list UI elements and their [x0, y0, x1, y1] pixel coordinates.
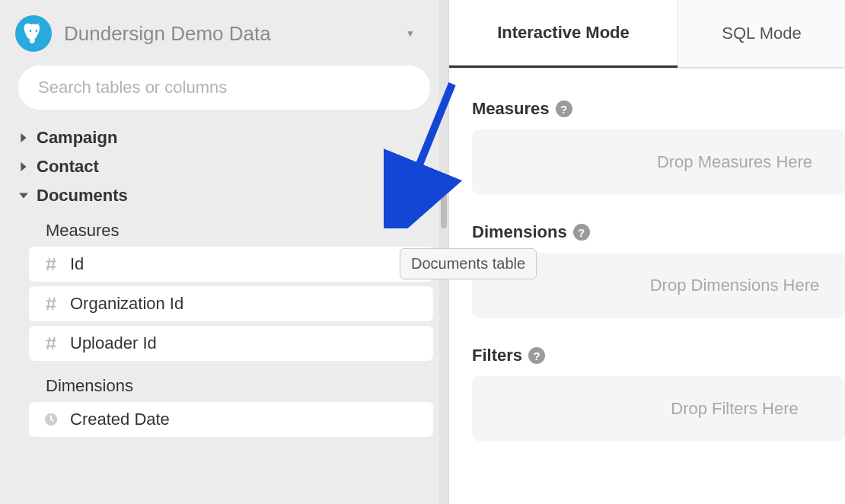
svg-line-15 [53, 337, 55, 350]
tab-sql-mode[interactable]: SQL Mode [678, 0, 845, 68]
tab-interactive-mode[interactable]: Interactive Mode [449, 0, 678, 68]
tree-item-label: Contact [37, 157, 99, 177]
scrollbar-thumb[interactable] [441, 175, 447, 228]
builder-label-filters: Filters ? [472, 346, 845, 365]
field-label: Created Date [70, 410, 170, 429]
svg-line-10 [47, 298, 49, 311]
field-label: Id [70, 254, 84, 274]
help-icon[interactable]: ? [573, 224, 590, 241]
tree-item-contact[interactable]: Contact [14, 152, 433, 181]
field-item[interactable]: Id [29, 247, 433, 282]
help-icon[interactable]: ? [556, 100, 572, 117]
tooltip-documents-table: Documents table [400, 248, 537, 279]
dropzone-measures[interactable]: Drop Measures Here [472, 129, 845, 195]
dimensions-header: Dimensions [14, 365, 433, 402]
field-item[interactable]: Uploader Id [29, 326, 433, 361]
dropzone-filters[interactable]: Drop Filters Here [472, 376, 845, 442]
table-tree: Campaign Contact Documents Measures [0, 123, 448, 442]
search-wrap [0, 65, 448, 123]
field-item[interactable]: Organization Id [29, 286, 433, 321]
tree-item-documents[interactable]: Documents [14, 181, 433, 210]
field-label: Organization Id [70, 294, 183, 314]
chevron-down-icon [17, 191, 30, 200]
field-label: Uploader Id [70, 333, 157, 353]
builder-label-dimensions: Dimensions ? [472, 222, 845, 242]
field-item[interactable]: Created Date [29, 402, 433, 437]
builder-label-measures: Measures ? [472, 99, 845, 119]
chevron-down-icon: ▼ [406, 28, 415, 39]
svg-line-6 [47, 258, 49, 271]
mode-tabs: Interactive Mode SQL Mode [449, 0, 845, 69]
dimensions-list: Created Date [14, 402, 433, 437]
database-selector[interactable]: Dundersign Demo Data ▼ [15, 15, 433, 52]
help-icon[interactable]: ? [528, 347, 545, 364]
key-icon[interactable] [387, 187, 404, 204]
number-icon [43, 335, 59, 352]
number-icon [43, 256, 59, 273]
measures-list: Id Organization Id Uploader Id [14, 247, 433, 361]
builder-measures: Measures ? Drop Measures Here [472, 99, 845, 195]
search-input[interactable] [18, 65, 430, 110]
sidebar: Dundersign Demo Data ▼ Campaign Contact … [0, 0, 449, 504]
chevron-right-icon [17, 133, 30, 142]
svg-line-14 [47, 337, 49, 350]
svg-line-11 [53, 298, 55, 311]
measures-header: Measures [14, 210, 433, 247]
postgres-icon [15, 15, 52, 52]
table-icon[interactable] [413, 187, 430, 204]
clock-icon [43, 411, 59, 428]
builder-filters: Filters ? Drop Filters Here [472, 346, 845, 442]
svg-line-7 [53, 258, 55, 271]
tree-item-label: Campaign [37, 128, 117, 148]
chevron-right-icon [17, 162, 30, 171]
tree-item-campaign[interactable]: Campaign [14, 123, 433, 152]
number-icon [43, 295, 59, 312]
tree-item-label: Documents [37, 186, 128, 206]
database-name: Dundersign Demo Data [64, 22, 394, 46]
